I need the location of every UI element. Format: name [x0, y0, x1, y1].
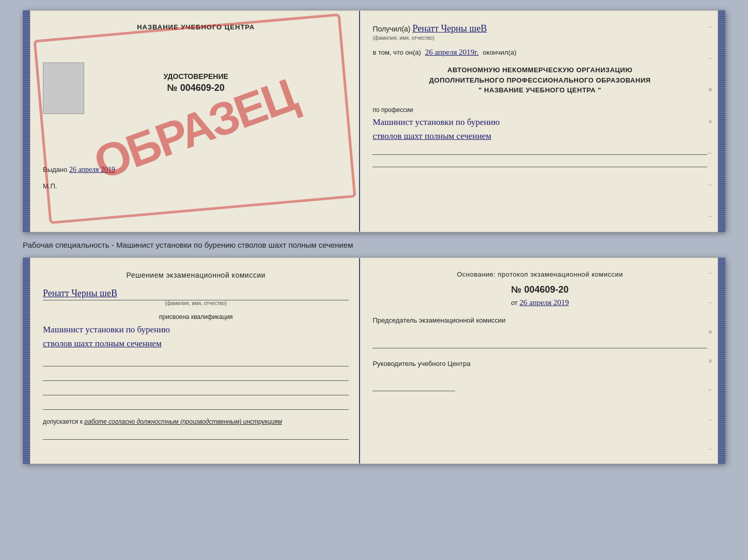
bottom-name-block: Ренатт Черны шеВ (фамилия, имя, отчество… — [43, 288, 349, 306]
bottom-name-hint: (фамилия, имя, отчество) — [43, 300, 349, 306]
protocol-date: 26 апреля 2019 — [520, 298, 569, 307]
org-block: АВТОНОМНУЮ НЕКОММЕРЧЕСКУЮ ОРГАНИЗАЦИЮ ДО… — [372, 65, 707, 95]
vydano-date: 26 апреля 2019 — [69, 166, 115, 173]
poluchil-line: Получил(а) Ренатт Черны шеВ (фамилия, им… — [372, 23, 707, 41]
rukovoditel-block: Руководитель учебного Центра — [372, 359, 707, 392]
profession-line2: стволов шахт полным сечением — [372, 130, 707, 142]
vtom-label: в том, что он(а) — [372, 49, 420, 56]
bottom-cert-right: – – и а ← – – Основание: протокол экзаме… — [360, 258, 718, 463]
vydano-line: Выдано 26 апреля 2019 — [43, 166, 349, 174]
side-dashes: – – и а ← – – — [707, 11, 713, 232]
spine-left — [23, 10, 30, 232]
predsedatel-block: Председатель экзаменационной комиссии — [372, 315, 707, 348]
spine-right — [718, 10, 725, 232]
po-professii-label: по профессии — [372, 106, 413, 114]
resheniyem-label: Решением экзаменационной комиссии — [43, 270, 349, 281]
dopuskaetsya-link: работе согласно должностным (производств… — [84, 418, 282, 425]
dopuskaetsya-label: допускается к — [43, 418, 83, 425]
osnovanie-label: Основание: протокол экзаменационной коми… — [372, 270, 707, 278]
vtom-line: в том, что он(а) 26 апреля 2019г. окончи… — [372, 48, 707, 57]
stamp-border — [34, 13, 356, 225]
prisvoena-label: присвоена квалификация — [43, 313, 349, 321]
profession-line1: Машинист установки по бурению — [372, 116, 707, 129]
top-cert-left: НАЗВАНИЕ УЧЕБНОГО ЦЕНТРА ОБРАЗЕЦ УДОСТОВ… — [30, 11, 360, 232]
underline2 — [372, 157, 707, 167]
top-cert-right: – – и а ← – – Получил(а) Ренатт Черны ше… — [360, 11, 718, 232]
top-certificate: НАЗВАНИЕ УЧЕБНОГО ЦЕНТРА ОБРАЗЕЦ УДОСТОВ… — [23, 10, 725, 232]
okonchil-label: окончил(а) — [483, 49, 517, 56]
ot-label: от — [511, 299, 518, 307]
bottom-recipient-name: Ренатт Черны шеВ — [43, 288, 117, 298]
top-cert-title: НАЗВАНИЕ УЧЕБНОГО ЦЕНТРА — [43, 23, 349, 31]
profession-block: по профессии Машинист установки по бурен… — [372, 105, 707, 168]
cert-number: № 004609-20 — [43, 83, 349, 93]
ot-date-line: от 26 апреля 2019 — [372, 298, 707, 307]
bottom-cert-left: Решением экзаменационной комиссии Ренатт… — [30, 258, 360, 463]
org-line2: ДОПОЛНИТЕЛЬНОГО ПРОФЕССИОНАЛЬНОГО ОБРАЗО… — [372, 75, 707, 86]
completion-date: 26 апреля 2019г. — [425, 48, 479, 57]
bottom-profession-line1: Машинист установки по бурению — [43, 324, 349, 336]
poluchil-label: Получил(а) — [372, 25, 410, 33]
bottom-profession-block: Машинист установки по бурению стволов ша… — [43, 324, 349, 350]
underline1 — [372, 145, 707, 155]
name-hint: (фамилия, имя, отчество) — [372, 35, 434, 41]
bottom-side-dashes: – – и а ← – – — [707, 258, 713, 463]
rukovoditel-label: Руководитель учебного Центра — [372, 359, 707, 369]
recipient-name: Ренатт Черны шеВ — [413, 23, 487, 34]
protocol-number: № 004609-20 — [372, 284, 707, 295]
mp-line: М.П. — [43, 182, 349, 190]
predsedatel-label: Председатель экзаменационной комиссии — [372, 315, 707, 326]
specialty-label: Рабочая специальность - Машинист установ… — [23, 239, 725, 250]
stamp-overlay: ОБРАЗЕЦ — [30, 26, 359, 232]
bottom-spine-left — [23, 258, 30, 464]
vydano-label: Выдано — [43, 166, 67, 173]
org-line1: АВТОНОМНУЮ НЕКОММЕРЧЕСКУЮ ОРГАНИЗАЦИЮ — [372, 65, 707, 75]
bottom-certificate: Решением экзаменационной комиссии Ренатт… — [23, 258, 725, 464]
org-line3: " НАЗВАНИЕ УЧЕБНОГО ЦЕНТРА " — [372, 85, 707, 95]
udostoverenie-block: УДОСТОВЕРЕНИЕ № 004609-20 — [43, 72, 349, 93]
signature-lines — [43, 356, 349, 410]
bottom-profession-line2: стволов шахт полным сечением — [43, 338, 349, 350]
bottom-spine-right — [718, 258, 725, 464]
udostoverenie-title: УДОСТОВЕРЕНИЕ — [43, 72, 349, 81]
dopuskaetsya-block: допускается к работе согласно должностны… — [43, 418, 349, 425]
